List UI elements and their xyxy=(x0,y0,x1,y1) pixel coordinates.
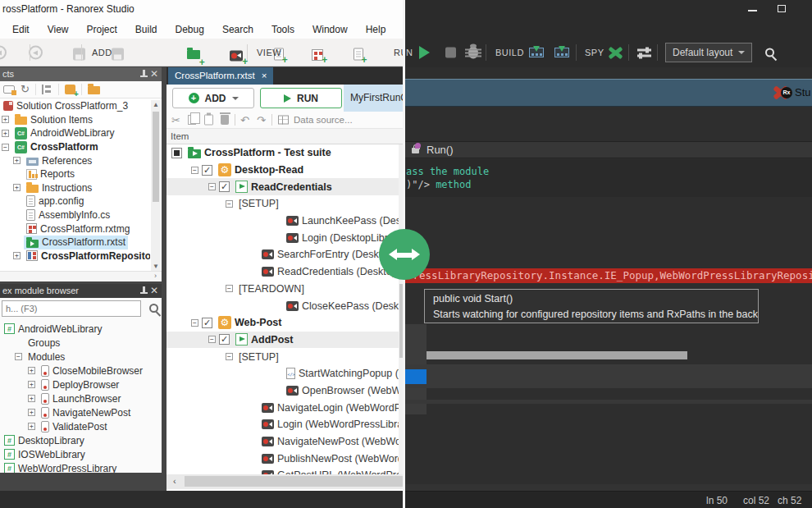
scrollbar-thumb[interactable] xyxy=(153,112,159,202)
menu-edit[interactable]: Edit xyxy=(3,21,39,38)
tree-expander[interactable]: + xyxy=(13,157,21,164)
debug-bug-icon[interactable] xyxy=(468,47,478,59)
menu-help[interactable]: Help xyxy=(357,21,395,38)
tree-expander[interactable]: − xyxy=(226,353,233,360)
tree-expander[interactable]: + xyxy=(28,381,35,388)
paste-icon[interactable] xyxy=(204,115,213,126)
checkbox[interactable] xyxy=(219,181,230,192)
tree-row[interactable]: DesktopLibrary xyxy=(0,433,162,447)
tree-row[interactable]: −ReadCredentials xyxy=(167,178,404,195)
link-to-editor-icon[interactable] xyxy=(3,85,15,94)
search-icon[interactable] xyxy=(765,48,774,57)
run-configuration-field[interactable]: MyFirstRunC xyxy=(344,85,404,112)
add-item-icon[interactable] xyxy=(65,85,75,94)
tree-row[interactable]: ReadCredentials (DesktopLibrar xyxy=(167,263,404,281)
menu-debug[interactable]: Debug xyxy=(167,21,213,38)
maximize-icon[interactable] xyxy=(778,5,786,12)
close-icon[interactable]: ✕ xyxy=(150,68,158,80)
add-test-file-icon[interactable]: + xyxy=(354,48,363,60)
tree-row[interactable]: +CrossPlatformRepository.r xyxy=(0,249,150,263)
tree-row[interactable]: Login (WebWordPressLibrary) xyxy=(167,416,404,433)
tree-row[interactable]: WebWordPressLibrary xyxy=(0,461,162,473)
tree-row[interactable]: LaunchKeePass (DesktopL xyxy=(167,213,404,230)
tree-row[interactable]: CrossPlatform.rxtmg xyxy=(0,222,150,236)
module-search-input[interactable] xyxy=(2,300,141,317)
add-button[interactable]: + ADD xyxy=(172,88,254,108)
menu-build[interactable]: Build xyxy=(126,21,167,38)
tree-row[interactable]: AssemblyInfo.cs xyxy=(0,208,150,222)
spy-icon[interactable] xyxy=(608,45,623,60)
run-play-icon[interactable] xyxy=(419,46,430,59)
close-icon[interactable]: ✕ xyxy=(150,285,158,297)
scroll-down-icon[interactable]: ▼ xyxy=(153,263,159,270)
add-recording-icon[interactable]: + xyxy=(230,50,243,61)
projects-vertical-scrollbar[interactable]: ▲ ▼ xyxy=(151,100,161,271)
cut-icon[interactable]: ✂ xyxy=(171,114,180,126)
add-repository-icon[interactable]: + xyxy=(312,49,323,61)
scrollbar-thumb[interactable] xyxy=(185,476,403,487)
tree-expander[interactable]: − xyxy=(226,200,233,208)
search-icon[interactable] xyxy=(149,304,158,313)
menu-view[interactable]: View xyxy=(39,21,78,38)
tree-view-icon[interactable] xyxy=(42,85,52,94)
tree-row[interactable]: +NavigateNewPost xyxy=(0,405,162,419)
comparison-slider-handle[interactable] xyxy=(379,229,430,280)
delete-icon[interactable] xyxy=(221,115,229,125)
tab-crossplatform-rxtst[interactable]: CrossPlatform.rxtst × xyxy=(168,67,273,85)
tree-expander[interactable]: + xyxy=(28,395,35,402)
menu-tools[interactable]: Tools xyxy=(262,21,303,38)
tree-row[interactable]: −Modules xyxy=(0,350,162,364)
tree-row[interactable]: CrossPlatform - Test suite xyxy=(167,144,404,162)
copy-icon[interactable] xyxy=(188,115,196,125)
tree-row[interactable]: +CloseMobileBrowser xyxy=(0,364,162,378)
tree-row[interactable]: +References xyxy=(0,153,150,167)
tree-row[interactable]: Solution CrossPlatform_3 xyxy=(0,99,150,113)
tree-row[interactable]: +Instructions xyxy=(0,181,150,195)
tree-row[interactable]: NavigateNewPost (WebWordP xyxy=(167,433,404,451)
tree-row[interactable]: +LaunchBrowser xyxy=(0,391,162,405)
back-icon[interactable] xyxy=(29,45,43,59)
tree-row[interactable]: −[SETUP] xyxy=(167,348,404,365)
checkbox[interactable] xyxy=(202,165,212,176)
menu-search[interactable]: Search xyxy=(213,21,262,38)
refresh-icon[interactable]: ↻ xyxy=(21,84,30,95)
tree-expander[interactable]: + xyxy=(13,184,21,191)
projects-horizontal-scrollbar[interactable]: › xyxy=(0,271,162,281)
tree-row[interactable]: +Solution Items xyxy=(0,113,150,127)
tree-row[interactable]: Reports xyxy=(0,167,150,181)
menu-project[interactable]: Project xyxy=(77,21,125,38)
tree-expander[interactable]: + xyxy=(28,409,35,416)
suite-horizontal-scrollbar[interactable]: ‹ xyxy=(167,474,404,489)
code-editor-area[interactable]: ass the module)"/> method xyxy=(404,159,812,197)
tree-row[interactable]: CrossPlatform.rxtst xyxy=(0,236,150,249)
tree-row[interactable]: NavigateLogin (WebWordPress xyxy=(167,399,404,416)
tree-row[interactable]: −CrossPlatform xyxy=(0,140,150,154)
run-button[interactable]: RUN xyxy=(260,88,342,108)
build-icon[interactable] xyxy=(529,48,544,57)
tree-expander[interactable]: − xyxy=(208,183,216,190)
tree-row[interactable]: OpenBrowser (WebWor xyxy=(167,382,404,400)
tree-row[interactable]: SearchForEntry (DesktopLi xyxy=(167,246,404,263)
tree-row[interactable]: −[SETUP] xyxy=(167,195,404,213)
scroll-left-icon[interactable]: ‹ xyxy=(173,476,176,486)
checkbox[interactable] xyxy=(202,318,212,328)
tree-row[interactable]: PublishNewPost (WebWordPres xyxy=(167,450,404,467)
tree-row[interactable]: −[TEARDOWN] xyxy=(167,281,404,298)
minimize-icon[interactable] xyxy=(748,10,757,11)
pin-icon[interactable] xyxy=(140,286,147,295)
menu-window[interactable]: Window xyxy=(303,21,357,38)
tree-row[interactable]: +AndroidWebLibrary xyxy=(0,126,150,140)
tree-row[interactable]: +ValidatePost xyxy=(0,419,162,433)
tree-expander[interactable]: + xyxy=(28,367,35,374)
checkbox[interactable] xyxy=(171,148,182,158)
data-source-label[interactable]: Data source... xyxy=(294,115,353,125)
tree-row[interactable]: CloseKeePass (DesktopLib xyxy=(167,297,404,314)
method-region-header[interactable]: Run() xyxy=(404,141,812,158)
checkbox[interactable] xyxy=(219,334,230,345)
data-source-icon[interactable] xyxy=(278,116,289,125)
open-folder-icon[interactable] xyxy=(88,86,100,94)
tree-row[interactable]: −Desktop-Read xyxy=(167,162,404,179)
add-recording-folder-icon[interactable]: + xyxy=(187,48,200,62)
scroll-up-icon[interactable]: ▲ xyxy=(153,101,159,108)
tree-row[interactable]: −AddPost xyxy=(167,332,404,349)
